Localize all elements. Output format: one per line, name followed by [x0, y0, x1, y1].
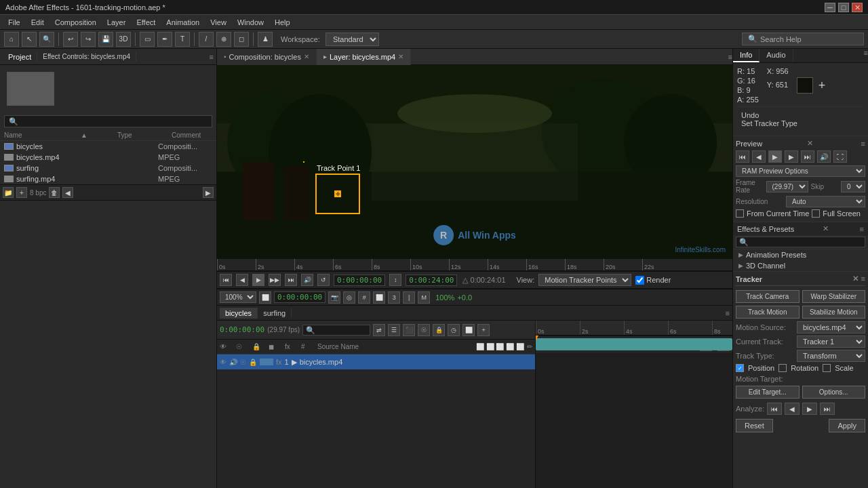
- preview-end[interactable]: ⏭: [801, 150, 814, 163]
- 3d-channel-item[interactable]: ▶ 3D Channel: [733, 260, 868, 271]
- tl-layer-lock-btn[interactable]: 🔒: [249, 359, 257, 366]
- view-dropdown[interactable]: Motion Tracker Points: [538, 274, 631, 286]
- track-motion-btn[interactable]: Track Motion: [736, 306, 800, 319]
- zoom-select[interactable]: 100%: [220, 291, 256, 303]
- tl-add[interactable]: +: [477, 324, 490, 336]
- tracker-close-icon[interactable]: ✕: [852, 274, 859, 283]
- guides[interactable]: |: [403, 291, 415, 304]
- menu-animation[interactable]: Animation: [161, 17, 205, 28]
- from-current-checkbox[interactable]: [736, 209, 744, 218]
- transport-start[interactable]: ⏮: [220, 274, 232, 286]
- next-item-btn[interactable]: ▶: [203, 187, 214, 198]
- transport-prev-frame[interactable]: ◀: [236, 274, 248, 286]
- apply-btn[interactable]: Apply: [829, 419, 865, 432]
- framerate-select[interactable]: (29.97): [766, 181, 808, 192]
- tool-eraser[interactable]: ◻: [234, 32, 249, 47]
- list-item[interactable]: bicycles Compositi...: [0, 141, 216, 152]
- 3d-view[interactable]: 3: [388, 291, 400, 304]
- menu-file[interactable]: File: [3, 17, 26, 28]
- reset-btn[interactable]: Reset: [736, 419, 773, 432]
- tool-home[interactable]: ⌂: [4, 32, 19, 47]
- resolution-select[interactable]: Auto: [786, 196, 865, 207]
- warp-stabilizer-btn[interactable]: Warp Stabilizer: [802, 290, 866, 303]
- list-item[interactable]: surfing.mp4 MPEG: [0, 174, 216, 184]
- tool-puppet[interactable]: ♟: [258, 32, 273, 47]
- tl-layer-bicycles[interactable]: 👁 🔊 ☉ 🔒 fx 1 ▶ bicycles.mp4: [217, 354, 535, 369]
- bottom-panel-menu[interactable]: ≡: [726, 309, 730, 317]
- scale-checkbox[interactable]: [823, 364, 831, 372]
- transport-play[interactable]: ▶: [252, 274, 264, 286]
- color-correct[interactable]: ◎: [343, 291, 355, 304]
- animation-presets-item[interactable]: ▶ Animation Presets: [733, 249, 868, 260]
- render-checkbox[interactable]: [635, 276, 644, 285]
- track-type-select[interactable]: Transform: [797, 350, 865, 362]
- tl-quality[interactable]: ◷: [448, 324, 460, 336]
- menu-window[interactable]: Window: [232, 17, 269, 28]
- current-time-display[interactable]: 0:00:00:00: [334, 274, 385, 286]
- preview-menu-icon[interactable]: ≡: [861, 140, 865, 148]
- transport-end[interactable]: ⏭: [285, 274, 297, 286]
- tool-pen[interactable]: ✒: [157, 32, 172, 47]
- menu-effect[interactable]: Effect: [131, 17, 161, 28]
- transparency[interactable]: ⬜: [373, 291, 385, 304]
- tl-layer-expand[interactable]: ▶: [292, 358, 297, 367]
- tool-search[interactable]: 🔍: [39, 32, 54, 47]
- mask-overlay[interactable]: M: [418, 291, 430, 304]
- effects-menu-icon[interactable]: ≡: [860, 225, 864, 233]
- options-btn[interactable]: Options...: [802, 386, 866, 399]
- analyze-prev-btn[interactable]: ◀: [785, 403, 800, 415]
- tool-undo[interactable]: ↩: [63, 32, 78, 47]
- audio-tab[interactable]: Audio: [760, 49, 793, 62]
- preview-fullscreen[interactable]: ⛶: [833, 150, 847, 163]
- tab-composition-bicycles[interactable]: ▪ Composition: bicycles ✕: [217, 49, 317, 65]
- analyze-end-btn[interactable]: ⏭: [820, 403, 835, 415]
- edit-target-btn[interactable]: Edit Target...: [736, 386, 800, 399]
- layer-tab-close[interactable]: ✕: [398, 53, 403, 60]
- zoom-time-display[interactable]: 0:00:00:00: [274, 291, 326, 303]
- info-tab[interactable]: Info: [733, 49, 760, 62]
- track-camera-btn[interactable]: Track Camera: [736, 290, 800, 303]
- new-folder-btn[interactable]: 📁: [3, 187, 14, 198]
- layer-search-input[interactable]: [302, 325, 370, 336]
- tl-layer-solo-btn[interactable]: ☉: [240, 359, 246, 366]
- menu-help[interactable]: Help: [269, 17, 296, 28]
- fit-view[interactable]: ⬜: [259, 291, 271, 304]
- sort-icon[interactable]: ▲: [81, 131, 90, 139]
- project-tab[interactable]: Project: [3, 52, 37, 62]
- preview-start[interactable]: ⏮: [736, 150, 749, 163]
- preview-play[interactable]: ▶: [768, 150, 782, 163]
- tab-layer-bicycles-mp4[interactable]: ▸ Layer: bicycles.mp4 ✕: [317, 49, 411, 65]
- tl-solo[interactable]: ☉: [418, 324, 430, 336]
- tl-transfer[interactable]: ⇌: [373, 324, 385, 336]
- tl-lock[interactable]: 🔒: [433, 324, 445, 336]
- tl-video-track[interactable]: [536, 338, 732, 350]
- transport-loop[interactable]: ↺: [317, 274, 330, 286]
- camera-icon[interactable]: 📷: [328, 291, 340, 304]
- search-help-box[interactable]: 🔍 Search Help: [742, 33, 864, 45]
- preview-next[interactable]: ▶: [785, 150, 798, 163]
- tab-bicycles[interactable]: bicycles: [220, 308, 258, 319]
- tl-comp[interactable]: ⬛: [403, 324, 415, 336]
- grid-overlay[interactable]: #: [358, 291, 370, 304]
- menu-layer[interactable]: Layer: [102, 17, 132, 28]
- menu-edit[interactable]: Edit: [26, 17, 50, 28]
- info-panel-menu[interactable]: ≡: [864, 49, 868, 62]
- tool-rect[interactable]: ▭: [140, 32, 155, 47]
- stabilize-motion-btn[interactable]: Stabilize Motion: [802, 306, 866, 319]
- transport-next-frame[interactable]: ▶▶: [269, 274, 281, 286]
- comp-tab-close[interactable]: ✕: [304, 53, 309, 60]
- prev-item-btn[interactable]: ◀: [62, 187, 73, 198]
- analyze-play-btn[interactable]: ▶: [802, 403, 817, 415]
- close-button[interactable]: ✕: [852, 3, 863, 12]
- tool-arrow[interactable]: ↖: [22, 32, 37, 47]
- delete-btn[interactable]: 🗑: [49, 187, 60, 198]
- menu-composition[interactable]: Composition: [50, 17, 102, 28]
- menu-view[interactable]: View: [205, 17, 232, 28]
- tool-text[interactable]: T: [175, 32, 190, 47]
- effects-close-icon[interactable]: ✕: [823, 224, 829, 233]
- list-item[interactable]: surfing Compositi...: [0, 163, 216, 174]
- effect-controls-tab[interactable]: Effect Controls: bicycles.mp4: [37, 52, 136, 62]
- tl-layer-audio-btn[interactable]: 🔊: [229, 359, 237, 366]
- project-search-input[interactable]: [4, 115, 212, 127]
- position-checkbox[interactable]: ✓: [736, 364, 744, 372]
